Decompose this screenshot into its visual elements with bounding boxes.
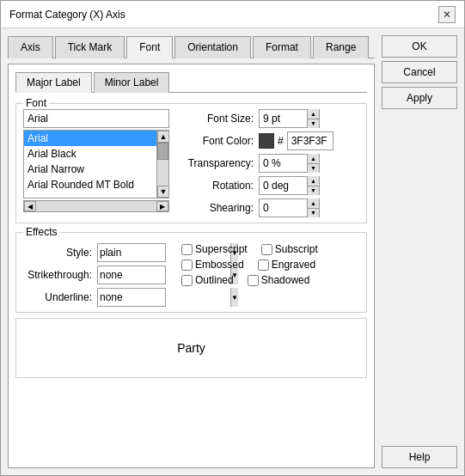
scroll-up-btn[interactable]: ▲ bbox=[157, 131, 169, 143]
font-list-scrollbar: ▲ ▼ bbox=[156, 131, 168, 198]
font-list-item[interactable]: Arial Rounded MT Bold bbox=[24, 177, 156, 192]
underline-row: Underline: ▼ bbox=[23, 288, 166, 307]
effects-content: Style: ▼ Strikethrough: bbox=[23, 243, 359, 307]
effects-title: Effects bbox=[23, 226, 59, 238]
scroll-thumb[interactable] bbox=[157, 143, 168, 160]
font-size-row: Font Size: ▲ ▼ bbox=[176, 109, 359, 128]
superscript-input[interactable] bbox=[181, 244, 193, 255]
scroll-track bbox=[157, 143, 168, 186]
font-list[interactable]: Arial Arial Black Arial Narrow Arial Rou… bbox=[24, 131, 156, 198]
font-list-item[interactable]: Arial Black bbox=[24, 146, 156, 162]
cancel-button[interactable]: Cancel bbox=[382, 61, 457, 83]
tab-major-label[interactable]: Major Label bbox=[15, 72, 92, 93]
title-bar: Format Category (X) Axis ✕ bbox=[1, 1, 464, 28]
font-list-container: Arial Arial Black Arial Narrow Arial Rou… bbox=[23, 130, 169, 198]
embossed-input[interactable] bbox=[181, 259, 193, 271]
outlined-input[interactable] bbox=[181, 275, 193, 286]
font-section: Arial Arial Black Arial Narrow Arial Rou… bbox=[23, 109, 359, 217]
scroll-down-btn[interactable]: ▼ bbox=[157, 186, 169, 198]
hash-sign: # bbox=[278, 135, 284, 147]
strikethrough-select-wrapper: ▼ bbox=[97, 265, 166, 284]
rotation-input-wrapper: ▲ ▼ bbox=[259, 176, 320, 195]
scroll-left-btn[interactable]: ◀ bbox=[24, 201, 36, 211]
transparency-input-wrapper: ▲ ▼ bbox=[259, 154, 320, 173]
ok-button[interactable]: OK bbox=[382, 35, 457, 58]
font-color-input[interactable] bbox=[288, 132, 333, 150]
shearing-row: Shearing: ▲ ▼ bbox=[176, 198, 359, 217]
font-color-label: Font Color: bbox=[176, 135, 254, 147]
font-list-item[interactable]: Arial Narrow bbox=[24, 162, 156, 177]
font-right: Font Size: ▲ ▼ bbox=[176, 109, 359, 217]
main-area: Axis Tick Mark Font Orientation Format R… bbox=[8, 35, 375, 468]
font-size-input-wrapper: ▲ ▼ bbox=[259, 109, 320, 128]
effects-section: Effects Style: ▼ bbox=[15, 232, 367, 313]
tab-format[interactable]: Format bbox=[253, 36, 311, 58]
rotation-spinners: ▲ ▼ bbox=[307, 176, 319, 195]
style-label: Style: bbox=[23, 247, 92, 259]
subscript-input[interactable] bbox=[261, 244, 272, 255]
shearing-up-btn[interactable]: ▲ bbox=[307, 198, 319, 209]
effects-cb-row3: Outlined Shadowed bbox=[181, 274, 318, 286]
shearing-spinners: ▲ ▼ bbox=[307, 198, 319, 217]
shadowed-input[interactable] bbox=[248, 275, 259, 286]
embossed-checkbox[interactable]: Embossed bbox=[181, 259, 244, 271]
strikethrough-row: Strikethrough: ▼ bbox=[23, 265, 166, 284]
outlined-checkbox[interactable]: Outlined bbox=[181, 274, 234, 286]
tab-font[interactable]: Font bbox=[126, 36, 173, 58]
shearing-label: Shearing: bbox=[176, 202, 254, 214]
font-color-row: Font Color: # bbox=[176, 131, 359, 150]
tab-orientation[interactable]: Orientation bbox=[174, 36, 251, 58]
font-left: Arial Arial Black Arial Narrow Arial Rou… bbox=[23, 109, 169, 217]
font-group-label: Font bbox=[23, 97, 49, 109]
underline-select-wrapper: ▼ bbox=[97, 288, 166, 307]
close-button[interactable]: ✕ bbox=[438, 6, 456, 23]
subscript-checkbox[interactable]: Subscript bbox=[261, 243, 318, 255]
font-size-down-btn[interactable]: ▼ bbox=[307, 119, 319, 129]
tabs-row: Axis Tick Mark Font Orientation Format R… bbox=[8, 35, 375, 58]
rotation-input[interactable] bbox=[260, 177, 307, 194]
tab-axis[interactable]: Axis bbox=[8, 36, 53, 58]
font-name-input[interactable] bbox=[23, 109, 169, 128]
subscript-label: Subscript bbox=[275, 243, 318, 255]
shearing-input[interactable] bbox=[260, 199, 307, 217]
horiz-scroll: ◀ ▶ bbox=[23, 200, 169, 212]
superscript-checkbox[interactable]: Superscript bbox=[181, 243, 248, 255]
font-size-up-btn[interactable]: ▲ bbox=[307, 109, 319, 119]
outlined-label: Outlined bbox=[195, 274, 234, 286]
tab-tick-mark[interactable]: Tick Mark bbox=[55, 36, 125, 58]
transparency-input[interactable] bbox=[260, 155, 307, 172]
apply-button[interactable]: Apply bbox=[382, 87, 457, 109]
shadowed-label: Shadowed bbox=[261, 274, 310, 286]
font-size-input[interactable] bbox=[260, 110, 307, 127]
font-size-label: Font Size: bbox=[176, 113, 254, 125]
superscript-label: Superscript bbox=[195, 243, 248, 255]
font-list-item[interactable]: Arial bbox=[24, 131, 156, 146]
help-button[interactable]: Help bbox=[382, 446, 457, 468]
font-group: Font Arial Arial Black Arial Narrow Aria… bbox=[15, 103, 367, 223]
embossed-label: Embossed bbox=[195, 259, 244, 271]
tab-range[interactable]: Range bbox=[313, 36, 369, 58]
transparency-spinners: ▲ ▼ bbox=[307, 154, 319, 173]
font-color-swatch[interactable] bbox=[259, 133, 274, 149]
engraved-input[interactable] bbox=[258, 259, 269, 271]
content-panel: Major Label Minor Label Font Arial bbox=[8, 64, 375, 468]
transparency-up-btn[interactable]: ▲ bbox=[307, 154, 319, 164]
scroll-right-btn[interactable]: ▶ bbox=[156, 201, 168, 211]
dialog: Format Category (X) Axis ✕ Axis Tick Mar… bbox=[0, 0, 465, 476]
effects-cb-row1: Superscript Subscript bbox=[181, 243, 318, 255]
preview-text: Party bbox=[177, 341, 205, 355]
underline-label: Underline: bbox=[23, 291, 92, 303]
style-row: Style: ▼ bbox=[23, 243, 166, 262]
tab-minor-label[interactable]: Minor Label bbox=[94, 72, 170, 93]
transparency-row: Transparency: ▲ ▼ bbox=[176, 154, 359, 173]
transparency-down-btn[interactable]: ▼ bbox=[307, 164, 319, 174]
engraved-checkbox[interactable]: Engraved bbox=[258, 259, 315, 271]
effects-checkboxes: Superscript Subscript Emboss bbox=[181, 243, 318, 307]
shearing-down-btn[interactable]: ▼ bbox=[307, 209, 319, 218]
inner-tabs-row: Major Label Minor Label bbox=[15, 71, 367, 93]
rotation-down-btn[interactable]: ▼ bbox=[307, 186, 319, 196]
rotation-row: Rotation: ▲ ▼ bbox=[176, 176, 359, 195]
shadowed-checkbox[interactable]: Shadowed bbox=[248, 274, 310, 286]
font-color-input-wrapper bbox=[287, 131, 333, 150]
rotation-up-btn[interactable]: ▲ bbox=[307, 176, 319, 186]
